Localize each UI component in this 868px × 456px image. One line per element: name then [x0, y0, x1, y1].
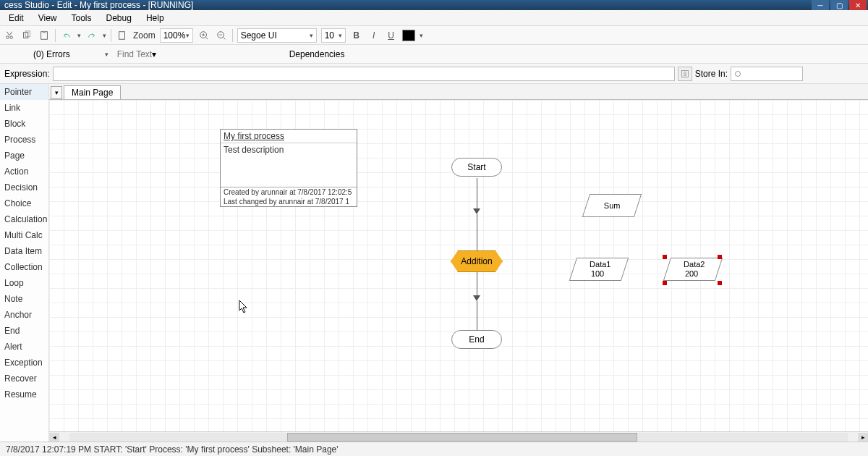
start-stage[interactable]: Start	[451, 158, 502, 177]
redo-dropdown-icon[interactable]: ▾	[103, 32, 106, 39]
tool-block[interactable]: Block	[0, 116, 48, 132]
menu-bar: Edit View Tools Debug Help	[0, 10, 868, 26]
font-size-combo[interactable]: 10▾	[321, 28, 346, 43]
font-color-swatch[interactable]	[402, 30, 415, 41]
tool-link[interactable]: Link	[0, 100, 48, 116]
font-combo[interactable]: Segoe UI▾	[237, 28, 317, 43]
window-title: cess Studio - Edit - My first process - …	[4, 0, 193, 10]
process-changed: Last changed by arunnair at 7/8/2017 1	[221, 197, 357, 206]
tool-loop[interactable]: Loop	[0, 275, 48, 291]
maximize-button[interactable]: ▢	[830, 0, 848, 10]
sum-label: Sum	[604, 201, 621, 211]
calculation-stage[interactable]: Addition	[451, 250, 503, 272]
bold-button[interactable]: B	[350, 29, 363, 42]
toolbar-debug: (0) Errors ▾ Find Text▾ Dependencies	[0, 45, 868, 64]
store-in-input[interactable]	[731, 67, 803, 81]
tool-multi-calc[interactable]: Multi Calc	[0, 227, 48, 243]
start-label: Start	[467, 162, 485, 172]
expression-label: Expression:	[4, 69, 50, 79]
errors-label[interactable]: (0) Errors	[33, 49, 70, 59]
title-bar: cess Studio - Edit - My first process - …	[0, 0, 868, 10]
horizontal-scrollbar[interactable]: ◂ ▸	[49, 431, 868, 442]
selection-handle[interactable]	[718, 255, 722, 259]
color-dropdown-icon[interactable]: ▾	[420, 32, 423, 39]
connector	[477, 301, 477, 330]
minimize-button[interactable]: ─	[812, 0, 829, 10]
selection-handle[interactable]	[663, 281, 667, 285]
tool-alert[interactable]: Alert	[0, 339, 48, 355]
connector	[477, 178, 477, 210]
toolbar-main: ▾ ▾ Zoom 100%▾ Segoe UI▾ 10▾ B I U ▾	[0, 26, 868, 45]
redo-icon[interactable]	[85, 29, 98, 42]
tool-page[interactable]: Page	[0, 148, 48, 164]
menu-help[interactable]: Help	[140, 12, 170, 25]
svg-rect-4	[119, 31, 125, 39]
paste-icon[interactable]	[38, 29, 51, 42]
cursor-icon	[239, 300, 249, 314]
tool-choice[interactable]: Choice	[0, 195, 48, 211]
close-button[interactable]: ✕	[849, 0, 867, 10]
zoom-in-icon[interactable]	[197, 29, 210, 42]
zoom-combo[interactable]: 100%▾	[160, 28, 193, 43]
data2-value: 200	[685, 269, 698, 279]
tool-action[interactable]: Action	[0, 164, 48, 180]
zoom-out-icon[interactable]	[215, 29, 228, 42]
data-item-data1[interactable]: Data1100	[569, 258, 629, 281]
menu-edit[interactable]: Edit	[3, 12, 30, 25]
selection-handle[interactable]	[663, 255, 667, 259]
chevron-down-icon: ▾	[152, 49, 156, 59]
tool-end[interactable]: End	[0, 323, 48, 339]
tool-decision[interactable]: Decision	[0, 180, 48, 195]
tool-calculation[interactable]: Calculation	[0, 211, 48, 227]
dependencies-label[interactable]: Dependencies	[289, 49, 345, 59]
tab-main-page[interactable]: Main Page	[64, 85, 121, 99]
arrow-down-icon	[473, 295, 480, 301]
data1-name: Data1	[590, 260, 610, 269]
store-in-label: Store In:	[695, 69, 728, 79]
zoom-value: 100%	[163, 30, 186, 41]
tool-resume[interactable]: Resume	[0, 387, 48, 402]
tool-process[interactable]: Process	[0, 132, 48, 148]
tool-collection[interactable]: Collection	[0, 259, 48, 275]
undo-dropdown-icon[interactable]: ▾	[77, 32, 81, 39]
process-info-box[interactable]: My first process Test description Create…	[220, 129, 357, 207]
end-label: End	[469, 334, 484, 345]
menu-debug[interactable]: Debug	[101, 12, 137, 25]
snap-dropdown-icon[interactable]: ▾	[105, 51, 109, 58]
italic-button[interactable]: I	[367, 29, 380, 42]
selection-handle[interactable]	[718, 281, 722, 285]
menu-tools[interactable]: Tools	[65, 12, 97, 25]
copy-icon[interactable]	[20, 29, 33, 42]
font-name: Segoe UI	[241, 30, 277, 41]
connector	[477, 272, 477, 297]
data-item-sum[interactable]: Sum	[582, 194, 642, 217]
end-stage[interactable]: End	[451, 330, 502, 349]
font-size: 10	[325, 30, 334, 41]
expression-input[interactable]	[53, 67, 675, 81]
find-placeholder: Find Text	[117, 49, 152, 59]
scroll-right-button[interactable]: ▸	[858, 433, 868, 442]
tool-recover[interactable]: Recover	[0, 371, 48, 387]
data1-value: 100	[591, 269, 604, 279]
tool-note[interactable]: Note	[0, 291, 48, 307]
expression-builder-button[interactable]	[678, 67, 692, 81]
tool-pointer[interactable]: Pointer	[0, 84, 48, 100]
tab-dropdown[interactable]: ▾	[51, 86, 62, 99]
tool-anchor[interactable]: Anchor	[0, 307, 48, 323]
cut-icon[interactable]	[3, 29, 16, 42]
new-page-icon[interactable]	[116, 29, 129, 42]
undo-icon[interactable]	[60, 29, 73, 42]
find-text-combo[interactable]: Find Text▾	[117, 49, 276, 59]
tool-exception[interactable]: Exception	[0, 355, 48, 371]
canvas[interactable]: My first process Test description Create…	[49, 100, 868, 431]
tool-data-item[interactable]: Data Item	[0, 243, 48, 259]
process-created: Created by arunnair at 7/8/2017 12:02:5	[221, 187, 357, 197]
underline-button[interactable]: U	[385, 29, 398, 42]
data-item-data2[interactable]: Data2200	[663, 258, 723, 281]
process-title: My first process	[221, 130, 357, 143]
menu-view[interactable]: View	[33, 12, 63, 25]
zoom-label: Zoom	[133, 30, 156, 41]
chevron-down-icon: ▾	[310, 32, 313, 39]
scroll-left-button[interactable]: ◂	[49, 433, 59, 442]
expression-bar: Expression: Store In:	[0, 64, 868, 84]
